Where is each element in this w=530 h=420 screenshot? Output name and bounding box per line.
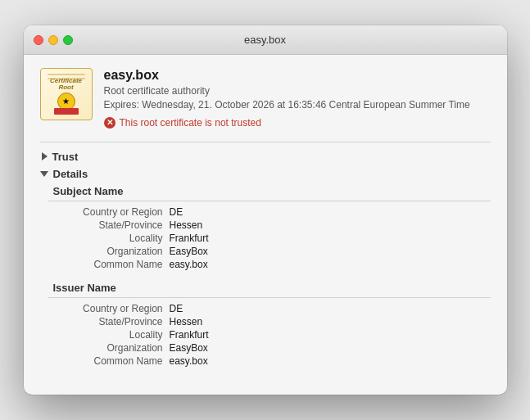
subject-value-0: DE: [170, 206, 183, 218]
cert-icon: CertificateRoot ★: [40, 68, 93, 120]
cert-expires: Expires: Wednesday, 21. October 2026 at …: [104, 98, 491, 112]
traffic-lights: [34, 35, 73, 45]
cert-name: easy.box: [104, 68, 491, 83]
issuer-row-4: Common Name easy.box: [48, 355, 491, 367]
subject-key-0: Country or Region: [48, 206, 170, 218]
minimize-button[interactable]: [48, 35, 58, 45]
issuer-value-3: EasyBox: [170, 342, 208, 354]
close-button[interactable]: [34, 35, 43, 45]
details-section-label: Details: [53, 168, 88, 180]
subject-value-3: EasyBox: [170, 246, 208, 257]
cert-lines-decoration: [48, 74, 85, 82]
issuer-row-3: Organization EasyBox: [48, 342, 491, 354]
trust-section-toggle[interactable]: Trust: [40, 151, 491, 163]
issuer-header: Issuer Name: [48, 282, 491, 294]
subject-key-3: Organization: [48, 246, 170, 257]
main-content: CertificateRoot ★ easy.box Root certific…: [24, 55, 507, 395]
details-section-toggle[interactable]: Details: [40, 168, 491, 180]
subject-key-2: Locality: [48, 233, 170, 244]
subject-key-1: State/Province: [48, 219, 170, 231]
subject-value-1: Hessen: [170, 219, 203, 231]
issuer-divider: [48, 297, 491, 298]
issuer-value-1: Hessen: [170, 316, 203, 327]
issuer-group: Issuer Name Country or Region DE State/P…: [48, 282, 491, 367]
maximize-button[interactable]: [63, 35, 73, 45]
subject-row-1: State/Province Hessen: [48, 219, 491, 231]
titlebar: easy.box: [24, 25, 507, 55]
trust-triangle-icon: [42, 152, 48, 160]
issuer-key-3: Organization: [48, 342, 170, 354]
cert-ribbon: [54, 108, 79, 115]
subject-row-3: Organization EasyBox: [48, 246, 491, 257]
issuer-row-1: State/Province Hessen: [48, 316, 491, 327]
subject-divider: [48, 201, 491, 201]
subject-group: Subject Name Country or Region DE State/…: [48, 185, 491, 270]
warning-icon: ✕: [104, 117, 116, 129]
cert-subtitle: Root certificate authority: [104, 85, 491, 97]
subject-value-2: Frankfurt: [170, 233, 209, 244]
cert-warning: ✕ This root certificate is not trusted: [104, 117, 491, 129]
issuer-row-0: Country or Region DE: [48, 303, 491, 314]
subject-row-0: Country or Region DE: [48, 206, 491, 218]
issuer-value-4: easy.box: [170, 355, 208, 367]
cert-line-1: [48, 74, 85, 75]
issuer-key-1: State/Province: [48, 316, 170, 327]
issuer-key-2: Locality: [48, 329, 170, 341]
subject-key-4: Common Name: [48, 259, 170, 270]
cert-line-2: [48, 78, 85, 79]
subject-value-4: easy.box: [170, 259, 208, 270]
subject-header: Subject Name: [48, 185, 491, 197]
trust-section-label: Trust: [52, 151, 79, 163]
details-triangle-icon: [40, 171, 48, 177]
issuer-value-0: DE: [170, 303, 183, 314]
details-content: Subject Name Country or Region DE State/…: [48, 185, 491, 367]
warning-text: This root certificate is not trusted: [120, 117, 261, 129]
issuer-value-2: Frankfurt: [170, 329, 209, 341]
issuer-key-0: Country or Region: [48, 303, 170, 314]
subject-row-4: Common Name easy.box: [48, 259, 491, 270]
window: easy.box CertificateRoot ★ easy.box Root…: [24, 25, 507, 395]
cert-header: CertificateRoot ★ easy.box Root certific…: [40, 68, 491, 129]
issuer-key-4: Common Name: [48, 355, 170, 367]
subject-row-2: Locality Frankfurt: [48, 233, 491, 244]
cert-info: easy.box Root certificate authority Expi…: [104, 68, 491, 129]
header-divider: [40, 142, 491, 142]
window-title: easy.box: [244, 34, 286, 46]
issuer-row-2: Locality Frankfurt: [48, 329, 491, 341]
cert-icon-inner: CertificateRoot ★: [50, 78, 82, 111]
